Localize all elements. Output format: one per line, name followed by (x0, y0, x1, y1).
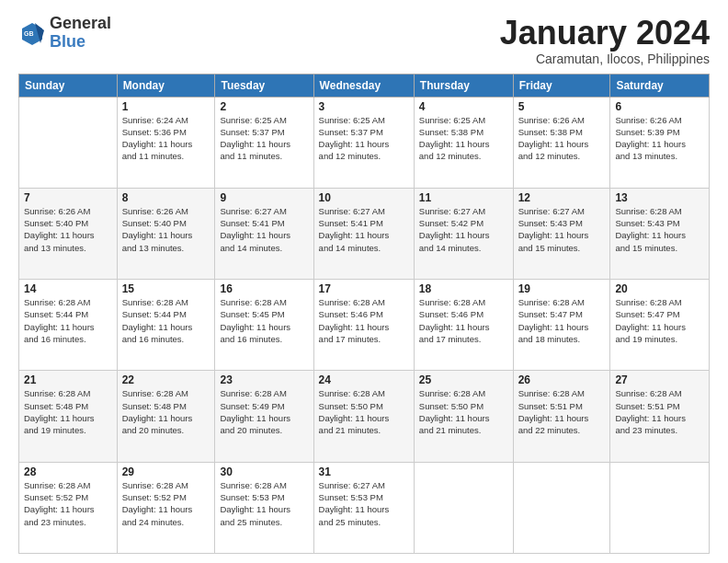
day-info: Sunrise: 6:27 AM Sunset: 5:41 PM Dayligh… (220, 205, 308, 254)
day-number: 26 (518, 373, 606, 386)
header-sunday: Sunday (19, 74, 118, 97)
day-number: 18 (419, 282, 508, 295)
calendar-cell (19, 97, 118, 188)
calendar-week-3: 21Sunrise: 6:28 AM Sunset: 5:48 PM Dayli… (19, 371, 710, 462)
calendar-cell: 22Sunrise: 6:28 AM Sunset: 5:48 PM Dayli… (117, 371, 215, 462)
calendar-cell (513, 462, 610, 553)
calendar-cell: 7Sunrise: 6:26 AM Sunset: 5:40 PM Daylig… (19, 188, 118, 279)
day-number: 3 (319, 100, 409, 113)
calendar-cell: 9Sunrise: 6:27 AM Sunset: 5:41 PM Daylig… (215, 188, 313, 279)
day-number: 8 (122, 191, 210, 204)
logo: GB General Blue (18, 15, 111, 52)
day-info: Sunrise: 6:28 AM Sunset: 5:48 PM Dayligh… (24, 387, 112, 436)
calendar: Sunday Monday Tuesday Wednesday Thursday… (18, 74, 710, 554)
day-info: Sunrise: 6:28 AM Sunset: 5:44 PM Dayligh… (24, 296, 112, 345)
logo-blue: Blue (50, 33, 111, 52)
header: GB General Blue January 2024 Caramutan, … (18, 15, 710, 66)
header-saturday: Saturday (610, 74, 710, 97)
calendar-cell: 15Sunrise: 6:28 AM Sunset: 5:44 PM Dayli… (117, 280, 215, 371)
calendar-body: 1Sunrise: 6:24 AM Sunset: 5:36 PM Daylig… (19, 97, 710, 553)
day-number: 12 (518, 191, 606, 204)
day-info: Sunrise: 6:27 AM Sunset: 5:53 PM Dayligh… (319, 479, 409, 528)
day-number: 9 (220, 191, 308, 204)
day-info: Sunrise: 6:28 AM Sunset: 5:46 PM Dayligh… (419, 296, 508, 345)
day-info: Sunrise: 6:28 AM Sunset: 5:45 PM Dayligh… (220, 296, 308, 345)
day-number: 29 (122, 465, 210, 478)
month-title: January 2024 (500, 15, 710, 52)
day-info: Sunrise: 6:26 AM Sunset: 5:40 PM Dayligh… (122, 205, 210, 254)
calendar-cell (414, 462, 513, 553)
day-info: Sunrise: 6:28 AM Sunset: 5:50 PM Dayligh… (319, 387, 409, 436)
day-info: Sunrise: 6:28 AM Sunset: 5:47 PM Dayligh… (518, 296, 606, 345)
day-info: Sunrise: 6:27 AM Sunset: 5:41 PM Dayligh… (319, 205, 409, 254)
day-number: 19 (518, 282, 606, 295)
calendar-header: Sunday Monday Tuesday Wednesday Thursday… (19, 74, 710, 97)
calendar-cell: 21Sunrise: 6:28 AM Sunset: 5:48 PM Dayli… (19, 371, 118, 462)
day-number: 30 (220, 465, 308, 478)
day-number: 15 (122, 282, 210, 295)
calendar-cell: 5Sunrise: 6:26 AM Sunset: 5:38 PM Daylig… (513, 97, 610, 188)
day-info: Sunrise: 6:26 AM Sunset: 5:40 PM Dayligh… (24, 205, 112, 254)
calendar-cell: 23Sunrise: 6:28 AM Sunset: 5:49 PM Dayli… (215, 371, 313, 462)
day-info: Sunrise: 6:28 AM Sunset: 5:50 PM Dayligh… (419, 387, 508, 436)
day-info: Sunrise: 6:24 AM Sunset: 5:36 PM Dayligh… (122, 114, 210, 163)
logo-general: General (50, 15, 111, 33)
day-number: 16 (220, 282, 308, 295)
calendar-cell: 16Sunrise: 6:28 AM Sunset: 5:45 PM Dayli… (215, 280, 313, 371)
day-number: 1 (122, 100, 210, 113)
day-info: Sunrise: 6:26 AM Sunset: 5:38 PM Dayligh… (518, 114, 606, 163)
day-info: Sunrise: 6:27 AM Sunset: 5:42 PM Dayligh… (419, 205, 508, 254)
calendar-week-4: 28Sunrise: 6:28 AM Sunset: 5:52 PM Dayli… (19, 462, 710, 553)
calendar-cell: 30Sunrise: 6:28 AM Sunset: 5:53 PM Dayli… (215, 462, 313, 553)
calendar-cell: 12Sunrise: 6:27 AM Sunset: 5:43 PM Dayli… (513, 188, 610, 279)
calendar-cell: 27Sunrise: 6:28 AM Sunset: 5:51 PM Dayli… (610, 371, 710, 462)
day-info: Sunrise: 6:28 AM Sunset: 5:49 PM Dayligh… (220, 387, 308, 436)
calendar-cell: 18Sunrise: 6:28 AM Sunset: 5:46 PM Dayli… (414, 280, 513, 371)
page: GB General Blue January 2024 Caramutan, … (0, 0, 728, 563)
svg-text:GB: GB (24, 30, 34, 37)
day-number: 2 (220, 100, 308, 113)
calendar-cell (610, 462, 710, 553)
day-info: Sunrise: 6:26 AM Sunset: 5:39 PM Dayligh… (615, 114, 704, 163)
calendar-cell: 11Sunrise: 6:27 AM Sunset: 5:42 PM Dayli… (414, 188, 513, 279)
day-number: 27 (615, 373, 704, 386)
calendar-week-2: 14Sunrise: 6:28 AM Sunset: 5:44 PM Dayli… (19, 280, 710, 371)
day-number: 14 (24, 282, 112, 295)
day-number: 13 (615, 191, 704, 204)
weekday-row: Sunday Monday Tuesday Wednesday Thursday… (19, 74, 710, 97)
calendar-cell: 8Sunrise: 6:26 AM Sunset: 5:40 PM Daylig… (117, 188, 215, 279)
header-tuesday: Tuesday (215, 74, 313, 97)
day-info: Sunrise: 6:28 AM Sunset: 5:43 PM Dayligh… (615, 205, 704, 254)
day-info: Sunrise: 6:28 AM Sunset: 5:53 PM Dayligh… (220, 479, 308, 528)
day-number: 24 (319, 373, 409, 386)
calendar-cell: 2Sunrise: 6:25 AM Sunset: 5:37 PM Daylig… (215, 97, 313, 188)
logo-icon: GB (18, 19, 46, 47)
calendar-week-0: 1Sunrise: 6:24 AM Sunset: 5:36 PM Daylig… (19, 97, 710, 188)
header-friday: Friday (513, 74, 610, 97)
title-section: January 2024 Caramutan, Ilocos, Philippi… (500, 15, 710, 66)
calendar-cell: 3Sunrise: 6:25 AM Sunset: 5:37 PM Daylig… (313, 97, 414, 188)
day-info: Sunrise: 6:25 AM Sunset: 5:37 PM Dayligh… (319, 114, 409, 163)
day-number: 21 (24, 373, 112, 386)
day-info: Sunrise: 6:25 AM Sunset: 5:38 PM Dayligh… (419, 114, 508, 163)
calendar-cell: 31Sunrise: 6:27 AM Sunset: 5:53 PM Dayli… (313, 462, 414, 553)
calendar-week-1: 7Sunrise: 6:26 AM Sunset: 5:40 PM Daylig… (19, 188, 710, 279)
calendar-cell: 28Sunrise: 6:28 AM Sunset: 5:52 PM Dayli… (19, 462, 118, 553)
day-info: Sunrise: 6:28 AM Sunset: 5:46 PM Dayligh… (319, 296, 409, 345)
day-info: Sunrise: 6:28 AM Sunset: 5:44 PM Dayligh… (122, 296, 210, 345)
calendar-cell: 20Sunrise: 6:28 AM Sunset: 5:47 PM Dayli… (610, 280, 710, 371)
calendar-cell: 13Sunrise: 6:28 AM Sunset: 5:43 PM Dayli… (610, 188, 710, 279)
calendar-cell: 29Sunrise: 6:28 AM Sunset: 5:52 PM Dayli… (117, 462, 215, 553)
header-monday: Monday (117, 74, 215, 97)
day-info: Sunrise: 6:28 AM Sunset: 5:51 PM Dayligh… (518, 387, 606, 436)
logo-text: General Blue (50, 15, 111, 52)
day-number: 31 (319, 465, 409, 478)
day-info: Sunrise: 6:27 AM Sunset: 5:43 PM Dayligh… (518, 205, 606, 254)
day-info: Sunrise: 6:28 AM Sunset: 5:52 PM Dayligh… (122, 479, 210, 528)
calendar-cell: 19Sunrise: 6:28 AM Sunset: 5:47 PM Dayli… (513, 280, 610, 371)
day-number: 5 (518, 100, 606, 113)
day-number: 6 (615, 100, 704, 113)
day-number: 23 (220, 373, 308, 386)
calendar-cell: 24Sunrise: 6:28 AM Sunset: 5:50 PM Dayli… (313, 371, 414, 462)
calendar-cell: 4Sunrise: 6:25 AM Sunset: 5:38 PM Daylig… (414, 97, 513, 188)
